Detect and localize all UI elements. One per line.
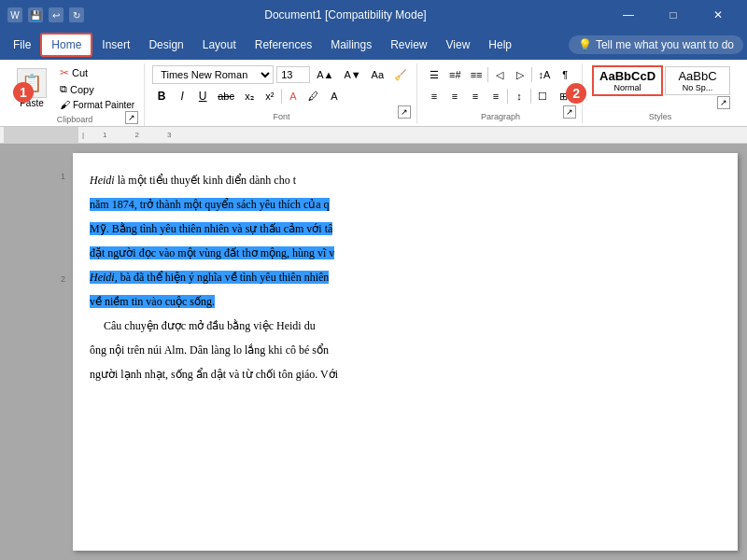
style-normal-label: Normal — [599, 83, 655, 92]
paragraph-3: Mỹ. Bằng tình yêu thiên nhiên và sự thấu… — [90, 220, 721, 237]
page-num-1: 1 — [9, 172, 65, 181]
multilevel-button[interactable]: ≡≡ — [467, 65, 486, 84]
bullets-button[interactable]: ☰ — [425, 65, 444, 84]
paragraph-4: đặt người đọc vào một vùng đất thơ mộng,… — [90, 245, 721, 261]
subscript-button[interactable]: x₂ — [240, 87, 259, 105]
paragraph-8: ông nội trên núi Alm. Dân làng lo lắng k… — [90, 342, 721, 358]
format-painter-icon: 🖌 — [60, 99, 70, 110]
change-case-button[interactable]: Aa — [368, 65, 388, 84]
italic-heidi: Heidi — [90, 174, 115, 187]
font-size-input[interactable] — [276, 66, 310, 83]
word-window: W 💾 ↩ ↻ Document1 [Compatibility Mode] —… — [0, 0, 747, 560]
clear-format-button[interactable]: 🧹 — [390, 65, 411, 84]
document-text: Heidi là một tiểu thuyết kinh điển dành … — [90, 172, 721, 383]
styles-group: 2 AaBbCcD Normal AaBbC No Sp... Styles — [585, 63, 736, 123]
content-area: | 1 2 3 1 2 Heidi là một t — [0, 127, 747, 560]
para1-text: là một tiểu thuyết kinh điển dành cho t — [118, 174, 296, 187]
title-bar: W 💾 ↩ ↻ Document1 [Compatibility Mode] —… — [0, 0, 747, 30]
cut-icon: ✂ — [60, 66, 69, 79]
paragraph-group: ☰ ≡# ≡≡ ◁ ▷ ↕A ¶ ≡ ≡ ≡ ≡ — [419, 63, 583, 123]
justify-button[interactable]: ≡ — [486, 87, 505, 105]
font-color-button[interactable]: A — [325, 87, 344, 105]
style-normal[interactable]: AaBbCcD Normal — [592, 65, 663, 96]
lightbulb-icon: 💡 — [578, 38, 592, 51]
ruler-area: | 1 2 3 1 2 Heidi là một t — [0, 127, 747, 560]
undo-icon[interactable]: ↩ — [49, 7, 63, 22]
line-spacing-button[interactable]: ↕ — [510, 87, 529, 105]
italic-button[interactable]: I — [173, 87, 191, 105]
clipboard-label: Clipboard — [6, 115, 144, 124]
highlight-color-button[interactable]: 🖊 — [304, 87, 323, 105]
increase-font-button[interactable]: A▲ — [313, 65, 337, 84]
ribbon: 1 📋 Paste ✂ Cut ⧉ Copy — [0, 60, 747, 127]
align-right-button[interactable]: ≡ — [466, 87, 485, 105]
menu-design[interactable]: Design — [139, 35, 192, 55]
bold-button[interactable]: B — [152, 87, 171, 105]
menu-layout[interactable]: Layout — [193, 35, 246, 55]
font-name-selector[interactable]: Times New Roman — [152, 65, 274, 84]
paragraph-2: năm 1874, trở thành một quyển sách yêu t… — [90, 196, 721, 213]
menu-help[interactable]: Help — [479, 35, 521, 55]
menu-home[interactable]: Home — [40, 33, 92, 57]
menu-insert[interactable]: Insert — [92, 35, 139, 55]
left-margin: 1 2 — [9, 153, 65, 551]
format-painter-button[interactable]: 🖌 Format Painter — [56, 98, 138, 111]
font-label: Font — [147, 112, 416, 121]
indent-more-button[interactable]: ▷ — [511, 65, 529, 84]
menu-mailings[interactable]: Mailings — [321, 35, 381, 55]
menu-file[interactable]: File — [4, 35, 40, 55]
font-group: Times New Roman A▲ A▼ Aa 🧹 B I U abc x₂ — [147, 63, 417, 123]
underline-button[interactable]: U — [193, 87, 212, 105]
styles-expand-icon[interactable]: ↗ — [717, 96, 730, 109]
align-center-button[interactable]: ≡ — [445, 87, 464, 105]
maximize-button[interactable]: □ — [652, 0, 695, 30]
paragraph-label: Paragraph — [419, 112, 582, 121]
text-color-button[interactable]: A — [284, 87, 303, 105]
redo-icon[interactable]: ↻ — [69, 7, 84, 22]
paragraph-1: Heidi là một tiểu thuyết kinh điển dành … — [90, 172, 721, 189]
close-button[interactable]: ✕ — [697, 0, 740, 30]
decrease-font-button[interactable]: A▼ — [340, 65, 364, 84]
menu-references[interactable]: References — [246, 35, 321, 55]
tell-me-input[interactable]: 💡 Tell me what you want to do — [569, 35, 743, 54]
menu-review[interactable]: Review — [381, 35, 436, 55]
sort-button[interactable]: ↕A — [534, 65, 554, 84]
para3-selected: Mỹ. Bằng tình yêu thiên nhiên và sự thấu… — [90, 222, 332, 235]
strikethrough-button[interactable]: abc — [214, 87, 238, 105]
style-normal-preview: AaBbCcD — [599, 69, 655, 83]
document-title: Document1 [Compatibility Mode] — [84, 8, 607, 21]
minimize-button[interactable]: — — [607, 0, 650, 30]
style-nospacing-preview: AaBbC — [678, 69, 716, 83]
para5-selected: Heidi, bà đã thể hiện ý nghĩa về tình yê… — [90, 271, 329, 284]
para2-selected: năm 1874, trở thành một quyển sách yêu t… — [90, 198, 330, 211]
paragraph-5: Heidi, bà đã thể hiện ý nghĩa về tình yê… — [90, 269, 721, 286]
copy-icon: ⧉ — [60, 83, 67, 95]
cut-button[interactable]: ✂ Cut — [56, 65, 138, 80]
numbering-button[interactable]: ≡# — [445, 65, 465, 84]
ruler: | 1 2 3 — [0, 127, 747, 144]
paragraph-6: về niềm tin vào cuộc sống. — [90, 293, 721, 310]
title-bar-icons: W 💾 ↩ ↻ — [7, 7, 84, 22]
styles-label: Styles — [585, 112, 736, 121]
paragraph-7: Câu chuyện được mở đầu bằng việc Heidi d… — [90, 317, 721, 334]
page-num-2: 2 — [9, 274, 65, 284]
indent-less-button[interactable]: ◁ — [490, 65, 509, 84]
paragraph-9: người lạnh nhạt, sống ẩn dật và từ chối … — [90, 366, 721, 383]
style-nospacing[interactable]: AaBbC No Sp... — [665, 66, 730, 95]
copy-button[interactable]: ⧉ Copy — [56, 82, 138, 96]
tell-me-text: Tell me what you want to do — [596, 38, 734, 51]
superscript-button[interactable]: x² — [261, 87, 279, 105]
show-marks-button[interactable]: ¶ — [556, 65, 574, 84]
badge-2: 2 — [566, 83, 586, 104]
shading-button[interactable]: ☐ — [533, 87, 552, 105]
align-left-button[interactable]: ≡ — [425, 87, 444, 105]
document-page[interactable]: Heidi là một tiểu thuyết kinh điển dành … — [73, 153, 738, 551]
para6-selected: về niềm tin vào cuộc sống. — [90, 295, 215, 308]
style-nospacing-label: No Sp... — [671, 83, 724, 92]
clipboard-sub: ✂ Cut ⧉ Copy 🖌 Format Painter — [56, 65, 138, 111]
word-logo-icon: W — [7, 7, 22, 22]
document-scroll[interactable]: 1 2 Heidi là một tiểu thuyết kinh điển d… — [0, 144, 747, 560]
menu-view[interactable]: View — [437, 35, 480, 55]
save-icon[interactable]: 💾 — [28, 7, 43, 22]
para4-selected: đặt người đọc vào một vùng đất thơ mộng,… — [90, 246, 334, 259]
